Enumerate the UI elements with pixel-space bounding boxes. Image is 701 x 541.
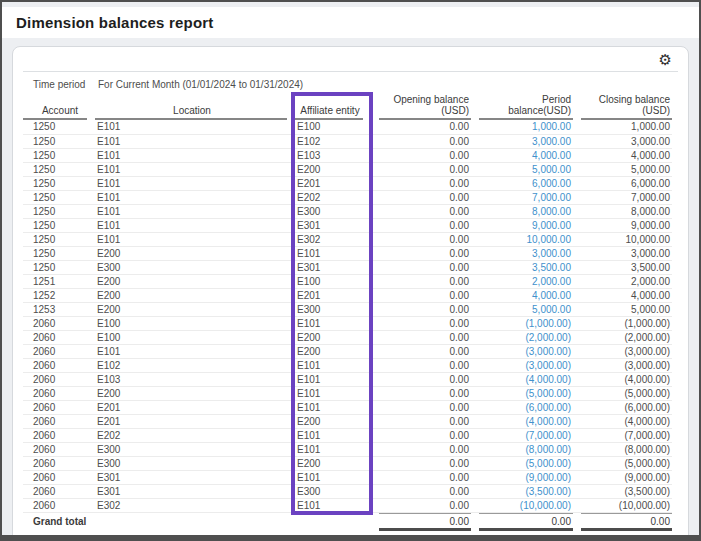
cell-opening-balance: 0.00 bbox=[371, 148, 471, 162]
cell-affiliate-entity: E200 bbox=[295, 456, 371, 470]
cell-opening-balance: 0.00 bbox=[371, 414, 471, 428]
period-balance-drilldown-link[interactable]: (6,000.00) bbox=[525, 402, 571, 413]
table-row: 1250E101E2020.007,000.007,000.00 bbox=[23, 190, 672, 204]
period-balance-drilldown-link[interactable]: (3,000.00) bbox=[525, 360, 571, 371]
table-row: 1253E200E3000.005,000.005,000.00 bbox=[23, 302, 672, 316]
cell-affiliate-entity: E201 bbox=[295, 176, 371, 190]
table-row: 2060E101E2000.00(3,000.00)(3,000.00) bbox=[23, 344, 672, 358]
cell-location: E101 bbox=[95, 148, 295, 162]
table-row: 1250E200E1010.003,000.003,000.00 bbox=[23, 246, 672, 260]
cell-affiliate-entity: E101 bbox=[295, 498, 371, 512]
period-balance-drilldown-link[interactable]: (5,000.00) bbox=[525, 458, 571, 469]
period-balance-drilldown-link[interactable]: (5,000.00) bbox=[525, 388, 571, 399]
period-balance-drilldown-link[interactable]: (10,000.00) bbox=[520, 500, 571, 511]
period-balance-drilldown-link[interactable]: (3,000.00) bbox=[525, 346, 571, 357]
cell-opening-balance: 0.00 bbox=[371, 218, 471, 232]
period-balance-drilldown-link[interactable]: 6,000.00 bbox=[532, 178, 571, 189]
report-window: Dimension balances report ⚙ Time periodF… bbox=[0, 0, 701, 541]
page-header: Dimension balances report bbox=[2, 7, 699, 38]
cell-opening-balance: 0.00 bbox=[371, 302, 471, 316]
cell-location: E101 bbox=[95, 176, 295, 190]
table-row: 2060E200E1010.00(5,000.00)(5,000.00) bbox=[23, 386, 672, 400]
cell-account: 2060 bbox=[23, 386, 95, 400]
cell-affiliate-entity: E101 bbox=[295, 246, 371, 260]
col-location: Location bbox=[95, 105, 287, 120]
settings-gear-icon[interactable]: ⚙ bbox=[659, 52, 672, 67]
period-balance-drilldown-link[interactable]: 8,000.00 bbox=[532, 206, 571, 217]
period-balance-drilldown-link[interactable]: (4,000.00) bbox=[525, 374, 571, 385]
cell-account: 1250 bbox=[23, 134, 95, 148]
cell-closing-balance: (8,000.00) bbox=[573, 442, 672, 456]
period-balance-drilldown-link[interactable]: 9,000.00 bbox=[532, 220, 571, 231]
cell-account: 1250 bbox=[23, 232, 95, 246]
report-body: Time periodFor Current Month (01/01/2024… bbox=[13, 72, 688, 541]
cell-period-balance: 2,000.00 bbox=[471, 274, 573, 288]
cell-affiliate-entity: E103 bbox=[295, 148, 371, 162]
cell-closing-balance: (9,000.00) bbox=[573, 470, 672, 484]
table-row: 2060E301E3000.00(3,500.00)(3,500.00) bbox=[23, 484, 672, 498]
period-balance-drilldown-link[interactable]: (1,000.00) bbox=[525, 318, 571, 329]
cell-closing-balance: (1,000.00) bbox=[573, 316, 672, 330]
period-balance-drilldown-link[interactable]: (7,000.00) bbox=[525, 430, 571, 441]
cell-affiliate-entity: E301 bbox=[295, 260, 371, 274]
cell-affiliate-entity: E101 bbox=[295, 428, 371, 442]
cell-affiliate-entity: E100 bbox=[295, 274, 371, 288]
period-balance-drilldown-link[interactable]: 4,000.00 bbox=[532, 150, 571, 161]
cell-account: 2060 bbox=[23, 344, 95, 358]
cell-location: E101 bbox=[95, 134, 295, 148]
period-balance-drilldown-link[interactable]: 7,000.00 bbox=[532, 192, 571, 203]
cell-opening-balance: 0.00 bbox=[371, 190, 471, 204]
cell-affiliate-entity: E301 bbox=[295, 218, 371, 232]
cell-affiliate-entity: E300 bbox=[295, 484, 371, 498]
cell-location: E200 bbox=[95, 302, 295, 316]
cell-affiliate-entity: E101 bbox=[295, 316, 371, 330]
cell-opening-balance: 0.00 bbox=[371, 470, 471, 484]
cell-location: E101 bbox=[95, 162, 295, 176]
period-balance-drilldown-link[interactable]: 10,000.00 bbox=[527, 234, 572, 245]
period-balance-drilldown-link[interactable]: (2,000.00) bbox=[525, 332, 571, 343]
grand-total-opening-balance: 0.00 bbox=[379, 513, 471, 531]
cell-opening-balance: 0.00 bbox=[371, 260, 471, 274]
table-row: 1250E101E1020.003,000.003,000.00 bbox=[23, 134, 672, 148]
cell-opening-balance: 0.00 bbox=[371, 246, 471, 260]
period-balance-drilldown-link[interactable]: 1,000.00 bbox=[532, 121, 571, 132]
cell-period-balance: (6,000.00) bbox=[471, 400, 573, 414]
table-row: 2060E300E1010.00(8,000.00)(8,000.00) bbox=[23, 442, 672, 456]
cell-period-balance: 10,000.00 bbox=[471, 232, 573, 246]
cell-period-balance: (4,000.00) bbox=[471, 414, 573, 428]
period-balance-drilldown-link[interactable]: (9,000.00) bbox=[525, 472, 571, 483]
cell-affiliate-entity: E200 bbox=[295, 162, 371, 176]
period-balance-drilldown-link[interactable]: (4,000.00) bbox=[525, 416, 571, 427]
cell-affiliate-entity: E101 bbox=[295, 470, 371, 484]
cell-period-balance: 7,000.00 bbox=[471, 190, 573, 204]
period-balance-drilldown-link[interactable]: 3,000.00 bbox=[532, 248, 571, 259]
table-row: 1250E101E1030.004,000.004,000.00 bbox=[23, 148, 672, 162]
cell-location: E201 bbox=[95, 400, 295, 414]
cell-account: 1250 bbox=[23, 162, 95, 176]
cell-closing-balance: (3,000.00) bbox=[573, 344, 672, 358]
period-balance-drilldown-link[interactable]: 3,500.00 bbox=[532, 262, 571, 273]
cell-account: 1250 bbox=[23, 204, 95, 218]
cell-opening-balance: 0.00 bbox=[371, 204, 471, 218]
cell-account: 2060 bbox=[23, 316, 95, 330]
period-balance-drilldown-link[interactable]: 5,000.00 bbox=[532, 164, 571, 175]
cell-closing-balance: (4,000.00) bbox=[573, 372, 672, 386]
grand-total-period-balance: 0.00 bbox=[479, 513, 573, 531]
cell-affiliate-entity: E200 bbox=[295, 330, 371, 344]
period-balance-drilldown-link[interactable]: 3,000.00 bbox=[532, 136, 571, 147]
period-balance-drilldown-link[interactable]: 4,000.00 bbox=[532, 290, 571, 301]
cell-account: 2060 bbox=[23, 484, 95, 498]
cell-location: E302 bbox=[95, 498, 295, 512]
cell-period-balance: 6,000.00 bbox=[471, 176, 573, 190]
cell-account: 1250 bbox=[23, 176, 95, 190]
cell-account: 2060 bbox=[23, 498, 95, 512]
period-balance-drilldown-link[interactable]: 2,000.00 bbox=[532, 276, 571, 287]
table-row: 2060E201E1010.00(6,000.00)(6,000.00) bbox=[23, 400, 672, 414]
cell-closing-balance: (5,000.00) bbox=[573, 456, 672, 470]
period-balance-drilldown-link[interactable]: (8,000.00) bbox=[525, 444, 571, 455]
period-balance-drilldown-link[interactable]: 5,000.00 bbox=[532, 304, 571, 315]
period-balance-drilldown-link[interactable]: (3,500.00) bbox=[525, 486, 571, 497]
cell-location: E201 bbox=[95, 414, 295, 428]
cell-period-balance: (3,500.00) bbox=[471, 484, 573, 498]
page-title: Dimension balances report bbox=[16, 14, 214, 31]
